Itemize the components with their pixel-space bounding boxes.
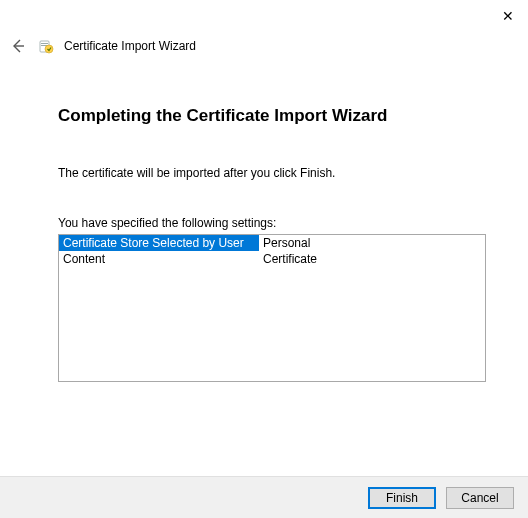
table-row[interactable]: Certificate Store Selected by UserPerson… (59, 235, 485, 251)
close-button[interactable]: ✕ (496, 6, 520, 26)
settings-label: You have specified the following setting… (58, 216, 486, 230)
setting-value: Certificate (259, 251, 485, 267)
title-bar: ✕ (0, 0, 528, 30)
table-row[interactable]: ContentCertificate (59, 251, 485, 267)
window-title: Certificate Import Wizard (64, 39, 196, 53)
back-button[interactable] (8, 36, 28, 56)
header-row: Certificate Import Wizard (0, 30, 528, 56)
setting-value: Personal (259, 235, 485, 251)
finish-button[interactable]: Finish (368, 487, 436, 509)
wizard-icon (38, 38, 54, 54)
close-icon: ✕ (502, 8, 514, 24)
setting-label: Content (59, 251, 259, 267)
setting-label: Certificate Store Selected by User (59, 235, 259, 251)
cancel-button[interactable]: Cancel (446, 487, 514, 509)
svg-rect-2 (41, 43, 48, 44)
settings-list[interactable]: Certificate Store Selected by UserPerson… (58, 234, 486, 382)
info-text: The certificate will be imported after y… (58, 166, 486, 180)
content-area: Completing the Certificate Import Wizard… (0, 56, 528, 382)
footer: Finish Cancel (0, 476, 528, 518)
page-heading: Completing the Certificate Import Wizard (58, 106, 486, 126)
svg-point-4 (45, 45, 53, 53)
back-arrow-icon (10, 38, 26, 54)
